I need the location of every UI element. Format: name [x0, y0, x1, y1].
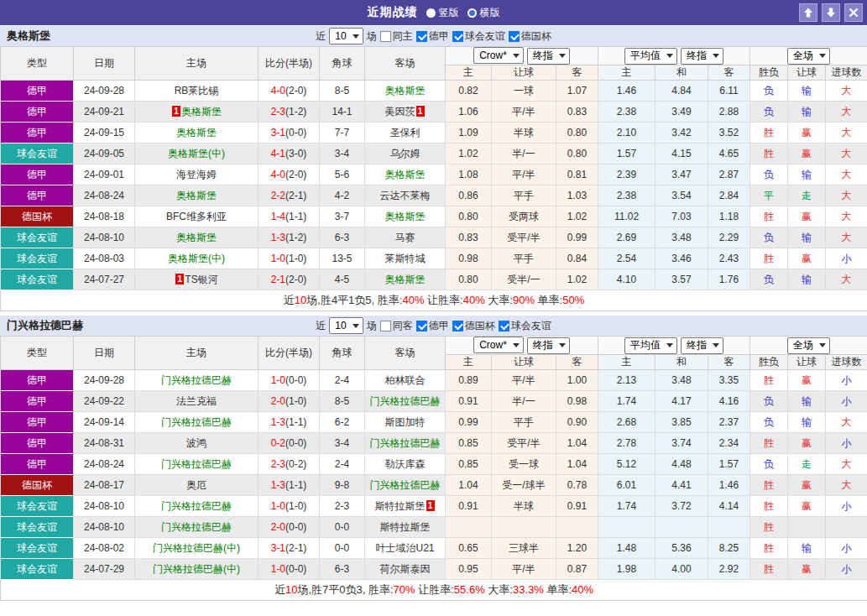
close-button[interactable]	[844, 3, 863, 22]
match-type-badge: 德甲	[1, 370, 74, 391]
final-odds-select[interactable]: 终指	[527, 48, 570, 65]
filters: 近 10 场 同客 德甲 德国杯 球会友谊	[316, 317, 551, 334]
handicap-line: 平手	[492, 412, 556, 433]
bookmaker-select[interactable]: Crow*	[473, 337, 524, 353]
odds-home-value: 1.02	[446, 144, 492, 164]
avg-draw-value: 3.85	[655, 412, 708, 433]
match-row: 德甲24-09-28RB莱比锡4-0(2-0)8-5奥格斯堡0.82一球1.07…	[1, 81, 867, 102]
average-select[interactable]: 平均值	[624, 337, 677, 354]
league-checkbox-cup[interactable]	[452, 321, 463, 331]
result-handicap: 输	[788, 102, 826, 123]
result-goals: 大	[826, 81, 867, 102]
bookmaker-select[interactable]: Crow*	[473, 47, 524, 64]
fulltime-score: 3-1	[271, 542, 285, 554]
final-odds-select-2[interactable]: 终指	[681, 337, 723, 354]
home-team-cell: 奥格斯堡(中)	[135, 248, 259, 269]
avg-home-value	[598, 517, 655, 538]
fulltime-select[interactable]: 全场	[787, 337, 830, 354]
match-score-cell: 2-3(0-2)	[259, 454, 320, 475]
avg-draw-value: 3.48	[655, 227, 708, 248]
avg-draw-value: 3.54	[655, 185, 708, 206]
halftime-score: (1-2)	[285, 232, 306, 243]
corner-count: 7-7	[320, 123, 365, 144]
league-checkbox-cup[interactable]	[509, 31, 520, 42]
same-venue-checkbox[interactable]	[380, 321, 391, 331]
fulltime-score: 0-2	[271, 437, 285, 449]
avg-home-value: 2.69	[598, 227, 655, 248]
summary-text: 近	[274, 583, 285, 596]
odds-home-value: 1.09	[446, 123, 492, 144]
same-venue-checkbox[interactable]	[380, 31, 391, 42]
handicap-line: 半球	[492, 123, 556, 144]
league-checkbox-bundesliga[interactable]	[416, 321, 427, 331]
avg-home-value: 2.10	[598, 123, 655, 144]
match-type-badge: 德甲	[1, 102, 74, 123]
result-handicap: 输	[788, 269, 826, 290]
fulltime-score: 4-1	[271, 148, 285, 159]
radio-unselected-icon	[467, 8, 477, 18]
away-team-cell: 圣保利	[365, 123, 446, 144]
layout-radio-vertical[interactable]: 竖版	[426, 6, 459, 20]
col-odds-home: 主	[446, 355, 492, 370]
odds-away-value: 0.78	[556, 475, 598, 496]
recent-count-select[interactable]: 10	[329, 28, 363, 44]
chevron-down-icon	[666, 54, 673, 58]
result-goals	[826, 517, 867, 538]
result-goals: 大	[826, 454, 867, 475]
final-odds-select-2[interactable]: 终指	[681, 48, 723, 65]
match-score-cell: 2-3(1-2)	[259, 102, 320, 123]
avg-group-header: 平均值终指	[598, 47, 750, 65]
odds-away-value: 1.02	[556, 206, 598, 227]
fulltime-score: 1-3	[271, 232, 285, 243]
col-score: 比分(半场)	[259, 47, 320, 81]
home-team-cell: 1TS银河	[135, 269, 259, 290]
league-checkbox-bundesliga[interactable]	[416, 31, 427, 42]
match-row: 球会友谊24-07-271TS银河2-1(2-0)4-5奥格斯堡0.80受半/一…	[1, 269, 867, 290]
result-handicap: 输	[788, 227, 826, 248]
match-type-badge: 球会友谊	[1, 538, 74, 559]
home-team-name: 奥格斯堡	[176, 232, 217, 243]
halftime-score: (2-1)	[285, 542, 306, 554]
odds-away-value: 1.04	[556, 454, 598, 475]
chevron-down-icon	[819, 54, 826, 58]
average-select[interactable]: 平均值	[624, 48, 677, 65]
home-team-cell: 波鸿	[135, 433, 259, 454]
avg-away-value: 2.29	[708, 227, 750, 248]
layout-radio-horizontal[interactable]: 横版	[467, 6, 500, 20]
recent-count-select[interactable]: 10	[329, 317, 363, 334]
fulltime-select[interactable]: 全场	[787, 48, 830, 65]
avg-draw-value: 4.48	[655, 454, 708, 475]
away-team-name: 奥格斯堡	[385, 274, 426, 285]
odds-away-value: 0.98	[556, 391, 598, 412]
avg-draw-value: 3.57	[655, 269, 708, 290]
result-handicap: 输	[788, 538, 826, 559]
corner-count: 8-5	[320, 81, 365, 102]
handicap-line: 平手	[492, 248, 556, 269]
match-date: 24-09-05	[74, 144, 135, 164]
away-team-cell: 门兴格拉德巴赫	[365, 475, 446, 496]
league-checkbox-friendly[interactable]	[499, 321, 509, 331]
home-team-name: 门兴格拉德巴赫	[161, 500, 232, 512]
home-team-cell: 1奥格斯堡	[135, 102, 259, 123]
odds-away-value: 0.80	[556, 144, 598, 164]
corner-count: 6-3	[320, 559, 365, 580]
move-up-button[interactable]	[799, 3, 817, 22]
fulltime-score: 2-3	[271, 106, 285, 117]
result-goals: 小	[826, 248, 867, 269]
col-result-outcome: 胜负	[750, 65, 788, 81]
match-date: 24-08-10	[74, 227, 135, 248]
close-icon	[849, 8, 859, 18]
match-date: 24-08-10	[74, 496, 135, 517]
home-team-name: 门兴格拉德巴赫	[161, 416, 232, 428]
avg-home-value: 2.68	[598, 412, 655, 433]
league-label: 球会友谊	[511, 319, 551, 333]
league-checkbox-friendly[interactable]	[452, 31, 463, 42]
move-down-button[interactable]	[822, 3, 840, 22]
match-score-cell: 4-1(3-0)	[259, 144, 320, 164]
result-outcome: 胜	[750, 433, 788, 454]
match-score-cell: 1-0(0-0)	[259, 559, 320, 580]
final-odds-select[interactable]: 终指	[527, 337, 570, 354]
same-venue-label: 同客	[393, 319, 413, 333]
away-team-name: 门兴格拉德巴赫	[370, 479, 441, 491]
avg-away-value: 3.35	[708, 370, 750, 391]
